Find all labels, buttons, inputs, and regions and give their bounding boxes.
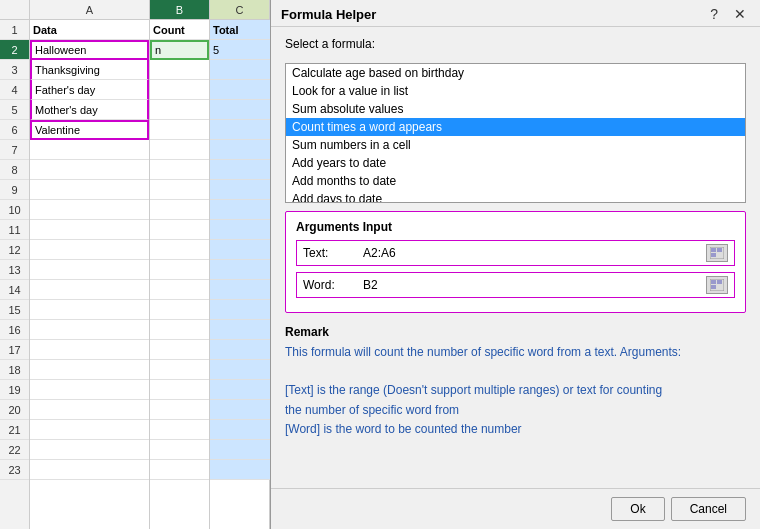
cell-b9[interactable] xyxy=(150,180,209,200)
svg-rect-5 xyxy=(711,280,716,284)
cell-b6[interactable] xyxy=(150,120,209,140)
cell-b1[interactable]: Count xyxy=(150,20,209,40)
panel-title: Formula Helper xyxy=(281,7,706,22)
row-num-7: 7 xyxy=(0,140,29,160)
cell-a10[interactable] xyxy=(30,200,149,220)
formula-item-3[interactable]: Count times a word appears xyxy=(286,118,745,136)
cell-b2[interactable]: n xyxy=(150,40,209,60)
cell-b23[interactable] xyxy=(150,460,209,480)
col-b: Count n xyxy=(150,20,210,529)
cell-c19[interactable] xyxy=(210,380,270,400)
cell-b22[interactable] xyxy=(150,440,209,460)
cell-c2[interactable]: 5 xyxy=(210,40,270,60)
cell-a23[interactable] xyxy=(30,460,149,480)
arg-input-word[interactable] xyxy=(363,278,706,292)
cell-c12[interactable] xyxy=(210,240,270,260)
cell-b20[interactable] xyxy=(150,400,209,420)
cell-c10[interactable] xyxy=(210,200,270,220)
cell-b13[interactable] xyxy=(150,260,209,280)
formula-item-1[interactable]: Look for a value in list xyxy=(286,82,745,100)
cell-c3[interactable] xyxy=(210,60,270,80)
formula-item-5[interactable]: Add years to date xyxy=(286,154,745,172)
cell-a22[interactable] xyxy=(30,440,149,460)
formula-item-4[interactable]: Sum numbers in a cell xyxy=(286,136,745,154)
cell-a3[interactable]: Thanksgiving xyxy=(30,60,149,80)
cell-b16[interactable] xyxy=(150,320,209,340)
cell-c1[interactable]: Total xyxy=(210,20,270,40)
cell-c13[interactable] xyxy=(210,260,270,280)
cell-a19[interactable] xyxy=(30,380,149,400)
col-header-b[interactable]: B xyxy=(150,0,210,19)
cancel-button[interactable]: Cancel xyxy=(671,497,746,521)
cell-b10[interactable] xyxy=(150,200,209,220)
close-button[interactable]: ✕ xyxy=(730,6,750,22)
cell-b8[interactable] xyxy=(150,160,209,180)
cell-b21[interactable] xyxy=(150,420,209,440)
help-button[interactable]: ? xyxy=(706,6,722,22)
cell-b19[interactable] xyxy=(150,380,209,400)
cell-b11[interactable] xyxy=(150,220,209,240)
cell-a17[interactable] xyxy=(30,340,149,360)
cell-c11[interactable] xyxy=(210,220,270,240)
cell-c17[interactable] xyxy=(210,340,270,360)
cell-a6[interactable]: Valentine xyxy=(30,120,149,140)
cell-a4[interactable]: Father's day xyxy=(30,80,149,100)
cell-c20[interactable] xyxy=(210,400,270,420)
cell-c18[interactable] xyxy=(210,360,270,380)
ok-button[interactable]: Ok xyxy=(611,497,664,521)
cell-b5[interactable] xyxy=(150,100,209,120)
formula-item-0[interactable]: Calculate age based on birthday xyxy=(286,64,745,82)
cell-b3[interactable] xyxy=(150,60,209,80)
cell-c5[interactable] xyxy=(210,100,270,120)
cell-b15[interactable] xyxy=(150,300,209,320)
cell-b7[interactable] xyxy=(150,140,209,160)
cell-a2[interactable]: Halloween xyxy=(30,40,149,60)
formula-item-2[interactable]: Sum absolute values xyxy=(286,100,745,118)
arg-range-btn-text[interactable] xyxy=(706,244,728,262)
cell-b14[interactable] xyxy=(150,280,209,300)
cell-a15[interactable] xyxy=(30,300,149,320)
cell-a12[interactable] xyxy=(30,240,149,260)
row-num-3: 3 xyxy=(0,60,29,80)
cell-c15[interactable] xyxy=(210,300,270,320)
cell-b4[interactable] xyxy=(150,80,209,100)
cell-a1[interactable]: Data xyxy=(30,20,149,40)
cell-c4[interactable] xyxy=(210,80,270,100)
formula-list-container[interactable]: Calculate age based on birthday Look for… xyxy=(285,63,746,203)
cell-a20[interactable] xyxy=(30,400,149,420)
cell-a16[interactable] xyxy=(30,320,149,340)
cell-a9[interactable] xyxy=(30,180,149,200)
arg-input-text[interactable] xyxy=(363,246,706,260)
cell-a7[interactable] xyxy=(30,140,149,160)
cell-a18[interactable] xyxy=(30,360,149,380)
cell-a11[interactable] xyxy=(30,220,149,240)
row-num-16: 16 xyxy=(0,320,29,340)
formula-item-7[interactable]: Add days to date xyxy=(286,190,745,203)
row-num-11: 11 xyxy=(0,220,29,240)
cell-a8[interactable] xyxy=(30,160,149,180)
cell-c7[interactable] xyxy=(210,140,270,160)
cell-c23[interactable] xyxy=(210,460,270,480)
arg-row-text: Text: xyxy=(296,240,735,266)
cell-b18[interactable] xyxy=(150,360,209,380)
cell-b17[interactable] xyxy=(150,340,209,360)
cell-c8[interactable] xyxy=(210,160,270,180)
row-num-9: 9 xyxy=(0,180,29,200)
arg-range-btn-word[interactable] xyxy=(706,276,728,294)
cell-c22[interactable] xyxy=(210,440,270,460)
cell-a14[interactable] xyxy=(30,280,149,300)
cell-c9[interactable] xyxy=(210,180,270,200)
svg-rect-6 xyxy=(717,280,722,284)
cell-a5[interactable]: Mother's day xyxy=(30,100,149,120)
cell-c14[interactable] xyxy=(210,280,270,300)
cell-c21[interactable] xyxy=(210,420,270,440)
formula-item-6[interactable]: Add months to date xyxy=(286,172,745,190)
cell-c6[interactable] xyxy=(210,120,270,140)
col-header-a[interactable]: A xyxy=(30,0,150,19)
row-num-4: 4 xyxy=(0,80,29,100)
cell-a13[interactable] xyxy=(30,260,149,280)
cell-b12[interactable] xyxy=(150,240,209,260)
col-header-c[interactable]: C xyxy=(210,0,270,19)
cell-c16[interactable] xyxy=(210,320,270,340)
cell-a21[interactable] xyxy=(30,420,149,440)
